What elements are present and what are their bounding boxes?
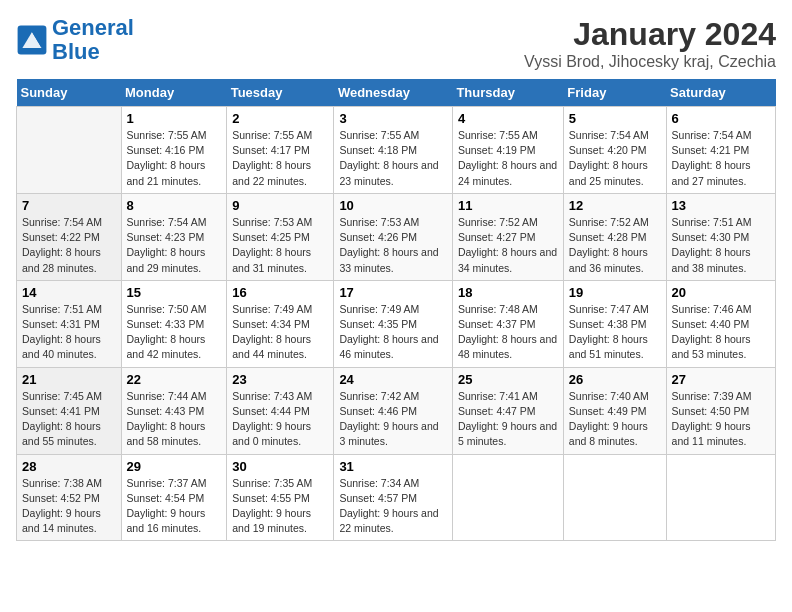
day-number: 28 [22, 459, 116, 474]
day-info: Sunrise: 7:46 AMSunset: 4:40 PMDaylight:… [672, 302, 770, 363]
day-number: 8 [127, 198, 222, 213]
day-number: 27 [672, 372, 770, 387]
day-number: 15 [127, 285, 222, 300]
calendar-cell: 4Sunrise: 7:55 AMSunset: 4:19 PMDaylight… [452, 107, 563, 194]
day-number: 4 [458, 111, 558, 126]
day-info: Sunrise: 7:52 AMSunset: 4:28 PMDaylight:… [569, 215, 661, 276]
day-info: Sunrise: 7:43 AMSunset: 4:44 PMDaylight:… [232, 389, 328, 450]
calendar-header-row: SundayMondayTuesdayWednesdayThursdayFrid… [17, 79, 776, 107]
calendar-week-row: 14Sunrise: 7:51 AMSunset: 4:31 PMDayligh… [17, 280, 776, 367]
calendar-cell: 25Sunrise: 7:41 AMSunset: 4:47 PMDayligh… [452, 367, 563, 454]
calendar-cell [563, 454, 666, 541]
calendar-cell: 14Sunrise: 7:51 AMSunset: 4:31 PMDayligh… [17, 280, 122, 367]
col-header-monday: Monday [121, 79, 227, 107]
day-number: 9 [232, 198, 328, 213]
day-info: Sunrise: 7:52 AMSunset: 4:27 PMDaylight:… [458, 215, 558, 276]
logo: General Blue [16, 16, 134, 64]
calendar-cell: 29Sunrise: 7:37 AMSunset: 4:54 PMDayligh… [121, 454, 227, 541]
calendar-cell: 21Sunrise: 7:45 AMSunset: 4:41 PMDayligh… [17, 367, 122, 454]
page-title: January 2024 [524, 16, 776, 53]
calendar-cell: 31Sunrise: 7:34 AMSunset: 4:57 PMDayligh… [334, 454, 453, 541]
logo-icon [16, 24, 48, 56]
day-number: 10 [339, 198, 447, 213]
day-info: Sunrise: 7:50 AMSunset: 4:33 PMDaylight:… [127, 302, 222, 363]
day-number: 21 [22, 372, 116, 387]
day-number: 22 [127, 372, 222, 387]
day-number: 30 [232, 459, 328, 474]
day-info: Sunrise: 7:45 AMSunset: 4:41 PMDaylight:… [22, 389, 116, 450]
logo-text: General Blue [52, 16, 134, 64]
day-number: 5 [569, 111, 661, 126]
day-info: Sunrise: 7:37 AMSunset: 4:54 PMDaylight:… [127, 476, 222, 537]
day-number: 23 [232, 372, 328, 387]
calendar-cell: 3Sunrise: 7:55 AMSunset: 4:18 PMDaylight… [334, 107, 453, 194]
day-number: 25 [458, 372, 558, 387]
calendar-cell: 16Sunrise: 7:49 AMSunset: 4:34 PMDayligh… [227, 280, 334, 367]
calendar-cell: 8Sunrise: 7:54 AMSunset: 4:23 PMDaylight… [121, 193, 227, 280]
page-subtitle: Vyssi Brod, Jihocesky kraj, Czechia [524, 53, 776, 71]
calendar-cell: 6Sunrise: 7:54 AMSunset: 4:21 PMDaylight… [666, 107, 775, 194]
calendar-cell: 27Sunrise: 7:39 AMSunset: 4:50 PMDayligh… [666, 367, 775, 454]
day-info: Sunrise: 7:53 AMSunset: 4:25 PMDaylight:… [232, 215, 328, 276]
calendar-cell: 19Sunrise: 7:47 AMSunset: 4:38 PMDayligh… [563, 280, 666, 367]
calendar-cell: 11Sunrise: 7:52 AMSunset: 4:27 PMDayligh… [452, 193, 563, 280]
calendar-cell: 18Sunrise: 7:48 AMSunset: 4:37 PMDayligh… [452, 280, 563, 367]
calendar-cell: 23Sunrise: 7:43 AMSunset: 4:44 PMDayligh… [227, 367, 334, 454]
calendar-cell: 24Sunrise: 7:42 AMSunset: 4:46 PMDayligh… [334, 367, 453, 454]
calendar-cell: 26Sunrise: 7:40 AMSunset: 4:49 PMDayligh… [563, 367, 666, 454]
day-number: 7 [22, 198, 116, 213]
day-info: Sunrise: 7:53 AMSunset: 4:26 PMDaylight:… [339, 215, 447, 276]
day-info: Sunrise: 7:40 AMSunset: 4:49 PMDaylight:… [569, 389, 661, 450]
calendar-cell: 30Sunrise: 7:35 AMSunset: 4:55 PMDayligh… [227, 454, 334, 541]
day-number: 11 [458, 198, 558, 213]
day-number: 26 [569, 372, 661, 387]
day-number: 2 [232, 111, 328, 126]
calendar-cell: 20Sunrise: 7:46 AMSunset: 4:40 PMDayligh… [666, 280, 775, 367]
day-number: 17 [339, 285, 447, 300]
calendar-cell: 12Sunrise: 7:52 AMSunset: 4:28 PMDayligh… [563, 193, 666, 280]
calendar-cell: 10Sunrise: 7:53 AMSunset: 4:26 PMDayligh… [334, 193, 453, 280]
day-number: 14 [22, 285, 116, 300]
day-info: Sunrise: 7:54 AMSunset: 4:23 PMDaylight:… [127, 215, 222, 276]
day-number: 31 [339, 459, 447, 474]
day-info: Sunrise: 7:49 AMSunset: 4:34 PMDaylight:… [232, 302, 328, 363]
day-info: Sunrise: 7:38 AMSunset: 4:52 PMDaylight:… [22, 476, 116, 537]
day-info: Sunrise: 7:54 AMSunset: 4:20 PMDaylight:… [569, 128, 661, 189]
calendar-cell: 5Sunrise: 7:54 AMSunset: 4:20 PMDaylight… [563, 107, 666, 194]
col-header-friday: Friday [563, 79, 666, 107]
calendar-week-row: 7Sunrise: 7:54 AMSunset: 4:22 PMDaylight… [17, 193, 776, 280]
page-header: General Blue January 2024 Vyssi Brod, Ji… [16, 16, 776, 71]
day-info: Sunrise: 7:51 AMSunset: 4:30 PMDaylight:… [672, 215, 770, 276]
day-info: Sunrise: 7:55 AMSunset: 4:19 PMDaylight:… [458, 128, 558, 189]
calendar-cell: 7Sunrise: 7:54 AMSunset: 4:22 PMDaylight… [17, 193, 122, 280]
col-header-sunday: Sunday [17, 79, 122, 107]
calendar-cell: 13Sunrise: 7:51 AMSunset: 4:30 PMDayligh… [666, 193, 775, 280]
day-number: 20 [672, 285, 770, 300]
day-info: Sunrise: 7:47 AMSunset: 4:38 PMDaylight:… [569, 302, 661, 363]
calendar-week-row: 1Sunrise: 7:55 AMSunset: 4:16 PMDaylight… [17, 107, 776, 194]
day-info: Sunrise: 7:41 AMSunset: 4:47 PMDaylight:… [458, 389, 558, 450]
day-number: 6 [672, 111, 770, 126]
calendar-cell: 9Sunrise: 7:53 AMSunset: 4:25 PMDaylight… [227, 193, 334, 280]
day-number: 12 [569, 198, 661, 213]
col-header-saturday: Saturday [666, 79, 775, 107]
day-info: Sunrise: 7:51 AMSunset: 4:31 PMDaylight:… [22, 302, 116, 363]
day-info: Sunrise: 7:35 AMSunset: 4:55 PMDaylight:… [232, 476, 328, 537]
calendar-cell [666, 454, 775, 541]
day-info: Sunrise: 7:55 AMSunset: 4:16 PMDaylight:… [127, 128, 222, 189]
calendar-week-row: 21Sunrise: 7:45 AMSunset: 4:41 PMDayligh… [17, 367, 776, 454]
day-number: 16 [232, 285, 328, 300]
calendar-cell: 1Sunrise: 7:55 AMSunset: 4:16 PMDaylight… [121, 107, 227, 194]
day-number: 13 [672, 198, 770, 213]
col-header-thursday: Thursday [452, 79, 563, 107]
calendar-cell [17, 107, 122, 194]
day-info: Sunrise: 7:55 AMSunset: 4:17 PMDaylight:… [232, 128, 328, 189]
calendar-table: SundayMondayTuesdayWednesdayThursdayFrid… [16, 79, 776, 541]
day-info: Sunrise: 7:42 AMSunset: 4:46 PMDaylight:… [339, 389, 447, 450]
day-info: Sunrise: 7:48 AMSunset: 4:37 PMDaylight:… [458, 302, 558, 363]
day-info: Sunrise: 7:49 AMSunset: 4:35 PMDaylight:… [339, 302, 447, 363]
calendar-cell: 17Sunrise: 7:49 AMSunset: 4:35 PMDayligh… [334, 280, 453, 367]
calendar-week-row: 28Sunrise: 7:38 AMSunset: 4:52 PMDayligh… [17, 454, 776, 541]
day-info: Sunrise: 7:54 AMSunset: 4:22 PMDaylight:… [22, 215, 116, 276]
calendar-cell [452, 454, 563, 541]
